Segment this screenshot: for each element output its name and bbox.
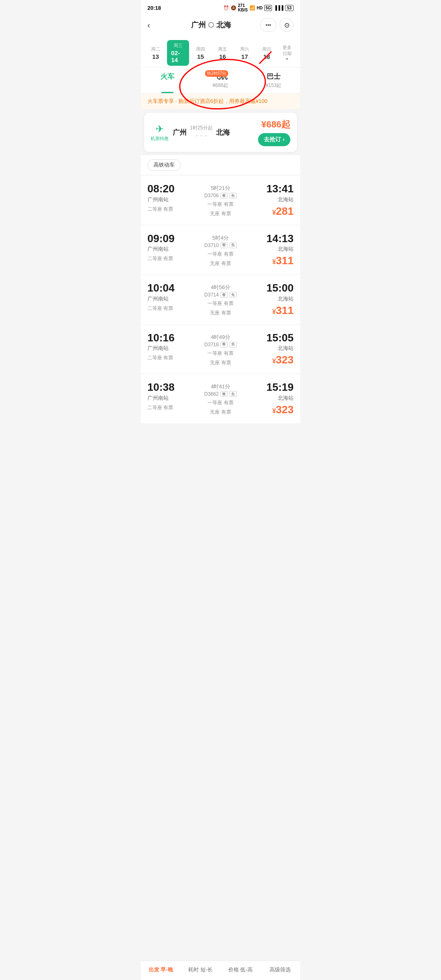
date-item-thu[interactable]: 周四 15 [190, 44, 211, 62]
status-icons: ⏰ 🔕 271KB/S 📶 HD 5G ▐▐▐ 53 [223, 3, 294, 12]
transport-tabs: 火车 飞机 快2时57分 ¥686起 巴士 ¥153起 [141, 68, 300, 94]
train-item[interactable]: 10:04 广州南站 二等座 有票 4时56分 D3714 餐 免 一等座 有票… [141, 275, 300, 325]
transport-tabs-wrapper: 火车 飞机 快2时57分 ¥686起 巴士 ¥153起 [141, 68, 300, 94]
status-bar: 20:18 ⏰ 🔕 271KB/S 📶 HD 5G ▐▐▐ 53 [141, 0, 300, 14]
flight-promo-card[interactable]: ✈ 机票特惠 广州 1时25分起 - - - 北海 ¥686起 去抢订 › [144, 113, 297, 152]
date-item-fri[interactable]: 周五 16 [212, 44, 233, 62]
tab-underline [161, 92, 174, 93]
tab-flight[interactable]: 飞机 快2时57分 ¥686起 [194, 72, 247, 93]
plane-icon: ✈ [156, 123, 164, 135]
header-actions: ••• ⊙ [260, 18, 294, 32]
date-item-wed[interactable]: 周三 02-14 [167, 40, 189, 66]
date-selector: 周二 13 周三 02-14 周四 15 周五 16 周六 17 周日 18 更… [141, 37, 300, 68]
tab-train[interactable]: 火车 [141, 72, 194, 93]
flight-price: ¥686起 [261, 118, 290, 131]
date-item-sat[interactable]: 周六 17 [234, 44, 255, 62]
tab-bus[interactable]: 巴士 ¥153起 [247, 72, 300, 93]
to-city: 北海 [216, 20, 231, 30]
location-button[interactable]: ⊙ [280, 18, 294, 32]
header: ‹ 广州 北海 ••• ⊙ [141, 14, 300, 37]
filter-tag-gaotie[interactable]: 高铁动车 [147, 159, 181, 171]
from-city: 广州 [191, 20, 206, 30]
fast-badge: 快2时57分 [205, 70, 228, 77]
train-item[interactable]: 08:20 广州南站 二等座 有票 5时21分 D3706 餐 免 一等座 有票… [141, 176, 300, 225]
date-item-tue[interactable]: 周二 13 [145, 44, 166, 62]
back-button[interactable]: ‹ [147, 20, 162, 30]
train-item[interactable]: 10:16 广州南站 二等座 有票 4时49分 D3718 餐 免 一等座 有票… [141, 325, 300, 374]
book-flight-button[interactable]: 去抢订 › [258, 133, 290, 146]
menu-button[interactable]: ••• [260, 18, 276, 32]
more-dates-button[interactable]: 更多 日期 ▼ [278, 42, 296, 64]
filter-tags: 高铁动车 [141, 155, 300, 175]
status-time: 20:18 [147, 5, 161, 11]
route-separator-icon [208, 22, 214, 28]
train-list: 08:20 广州南站 二等座 有票 5时21分 D3706 餐 免 一等座 有票… [141, 176, 300, 424]
train-item[interactable]: 09:09 广州南站 二等座 有票 5时4分 D3710 餐 免 一等座 有票 … [141, 225, 300, 275]
route-title: 广州 北海 [191, 20, 231, 30]
promo-banner: 火车票专享 · 购票后订酒店6折起，用券最高减¥100 [141, 94, 300, 109]
train-item[interactable]: 10:38 广州南站 二等座 有票 4时41分 D3662 餐 免 一等座 有票… [141, 374, 300, 424]
date-item-sun[interactable]: 周日 18 [256, 44, 277, 62]
